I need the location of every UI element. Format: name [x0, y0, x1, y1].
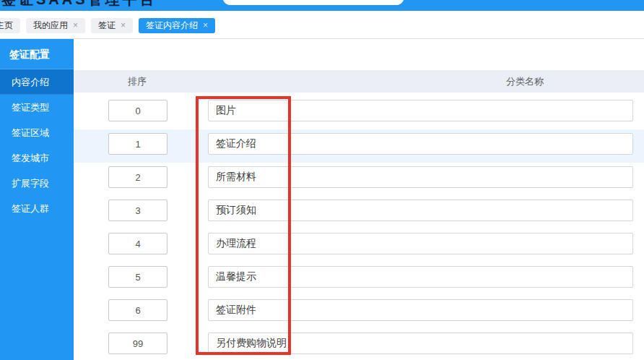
sort-input[interactable]	[108, 333, 167, 354]
category-name-input[interactable]	[208, 266, 633, 288]
tab-label: 签证内容介绍	[146, 18, 198, 33]
table-row	[74, 329, 644, 360]
table-row	[74, 163, 644, 196]
tab-label: 我的应用	[33, 18, 68, 33]
tab-bar: 主页 我的应用 × 签证 × 签证内容介绍 ×	[0, 11, 644, 39]
main-content: 排序 分类名称	[74, 39, 644, 360]
close-icon[interactable]: ×	[203, 18, 208, 33]
table-row	[74, 96, 644, 129]
sidebar-item-content-intro[interactable]: 内容介绍	[0, 69, 74, 95]
sidebar-item-issue-city[interactable]: 签发城市	[0, 145, 74, 171]
tab-home[interactable]: 主页	[0, 18, 20, 33]
category-name-input[interactable]	[208, 100, 633, 121]
sidebar-item-visa-type[interactable]: 签证类型	[0, 95, 74, 120]
category-name-input[interactable]	[208, 299, 633, 321]
sort-input[interactable]	[108, 299, 167, 321]
category-name-input[interactable]	[208, 166, 633, 188]
close-icon[interactable]: ×	[73, 18, 78, 33]
tab-my-apps[interactable]: 我的应用 ×	[26, 18, 85, 33]
table-row	[74, 196, 644, 229]
sidebar-item-extended-fields[interactable]: 扩展字段	[0, 171, 74, 196]
sidebar-item-visa-group[interactable]: 签证人群	[0, 196, 74, 221]
table-body	[74, 96, 644, 360]
sidebar-title: 签证配置	[0, 39, 74, 69]
tab-label: 签证	[98, 18, 116, 33]
table-row	[74, 296, 644, 329]
table-header: 排序 分类名称	[74, 70, 644, 93]
sort-input[interactable]	[108, 233, 167, 254]
category-name-input[interactable]	[208, 200, 633, 221]
sidebar-item-visa-region[interactable]: 签证区域	[0, 120, 74, 145]
sort-input[interactable]	[108, 166, 167, 188]
close-icon[interactable]: ×	[121, 18, 126, 33]
app-logo: 签证SAAS管理平台	[1, 0, 157, 9]
category-name-input[interactable]	[208, 333, 633, 354]
tab-label: 主页	[0, 18, 13, 33]
category-name-input[interactable]	[208, 233, 633, 254]
app-window: 签证SAAS管理平台 主页 我的应用 × 签证 × 签证内容介绍 × 签证配置 …	[0, 0, 644, 360]
sort-input[interactable]	[108, 133, 167, 155]
sort-input[interactable]	[108, 100, 167, 121]
search-input[interactable]	[222, 0, 404, 5]
tab-visa-content-intro[interactable]: 签证内容介绍 ×	[139, 18, 215, 33]
table-row	[74, 129, 644, 163]
sort-input[interactable]	[108, 200, 167, 221]
top-bar: 签证SAAS管理平台	[0, 0, 644, 11]
category-name-input[interactable]	[208, 133, 633, 155]
col-header-sort: 排序	[108, 70, 166, 93]
tab-visa[interactable]: 签证 ×	[91, 18, 133, 33]
col-header-category-name: 分类名称	[474, 70, 575, 93]
sidebar: 签证配置 内容介绍 签证类型 签证区域 签发城市 扩展字段 签证人群	[0, 39, 74, 360]
sort-input[interactable]	[108, 266, 167, 288]
table-row	[74, 229, 644, 262]
table-row	[74, 262, 644, 296]
